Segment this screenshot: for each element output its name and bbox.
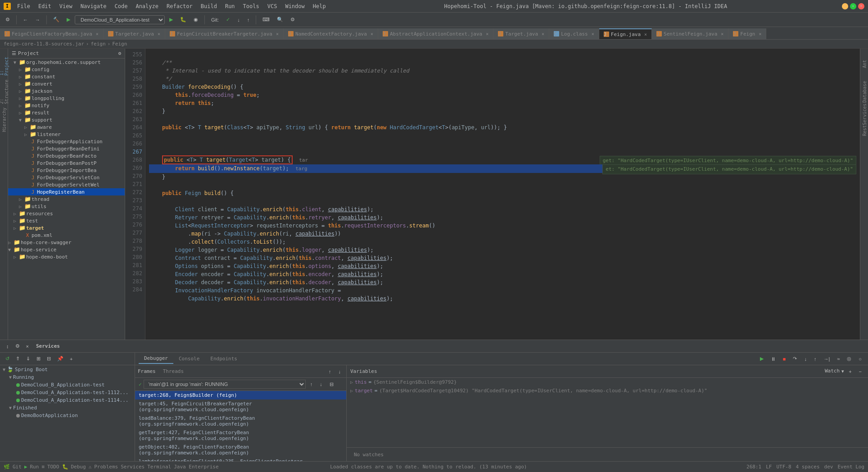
tree-item-for-debugger-bean-facto[interactable]: J ForDebuggerBeanFacto xyxy=(8,152,125,159)
menu-refactor[interactable]: Refactor xyxy=(163,2,196,10)
services-group-button[interactable]: ⊞ xyxy=(34,355,43,363)
frame-item-0[interactable]: target:268, Feign$Builder (feign) xyxy=(135,391,346,399)
menu-file[interactable]: File xyxy=(14,2,34,10)
services-close-button[interactable]: × xyxy=(23,343,32,350)
services-pin-button[interactable]: 📌 xyxy=(54,355,66,363)
commit-button[interactable]: ✓ xyxy=(223,16,233,23)
tab-close-icon[interactable]: × xyxy=(759,32,761,36)
tab-close-icon[interactable]: × xyxy=(721,32,723,36)
menu-vcs[interactable]: VCS xyxy=(264,2,281,10)
menu-code[interactable]: Code xyxy=(111,2,131,10)
menu-help[interactable]: Help xyxy=(309,2,330,10)
services-expand-button[interactable]: ↕ xyxy=(4,343,12,350)
tree-item-target[interactable]: ▷ 📁 target xyxy=(8,224,125,231)
variable-this[interactable]: ▷ this = {SentinelFeign$Builder@9792} xyxy=(347,378,868,386)
tab-feign[interactable]: J Feign × xyxy=(728,28,766,39)
thread-down-button[interactable]: ↓ xyxy=(317,381,325,388)
step-over-button[interactable]: ↷ xyxy=(790,355,800,363)
menu-edit[interactable]: Edit xyxy=(35,2,55,10)
tab-feign-client-factory-bean[interactable]: J FeignClientFactoryBean.java × xyxy=(0,28,104,39)
evaluate-expression-button[interactable]: ≈ xyxy=(834,355,842,363)
run-button[interactable]: ▶ xyxy=(64,16,73,23)
menu-window[interactable]: Window xyxy=(281,2,308,10)
tree-item-hope-service[interactable]: ▼ 📁 hope-service xyxy=(8,246,125,253)
pause-button[interactable]: ⏸ xyxy=(768,355,778,363)
mute-breakpoints-button[interactable]: ○ xyxy=(856,355,864,363)
maximize-button[interactable]: + xyxy=(850,3,856,9)
settings-button[interactable]: ⚙ xyxy=(288,16,298,23)
menu-view[interactable]: View xyxy=(56,2,76,10)
tree-item-resources[interactable]: ▷ 📁 resources xyxy=(8,210,125,217)
variable-target[interactable]: ▷ target = (Target$HardCodedTarget@10492… xyxy=(347,386,868,395)
services-item-spring-boot[interactable]: ▼ 🍃 Spring Boot xyxy=(0,365,135,373)
tree-item-for-debugger-servlet-con[interactable]: J ForDebuggerServletCon xyxy=(8,174,125,181)
tree-item-jackson[interactable]: ▷ 📁 jackson xyxy=(8,87,125,95)
add-watch-button[interactable]: + xyxy=(846,368,854,375)
tree-item-thread[interactable]: ▷ 📁 thread xyxy=(8,195,125,203)
hierarchy-tab[interactable]: Hierarchy xyxy=(0,106,8,133)
services-item-demo-cloud-a-1112[interactable]: DemoCloud_A_Application-test-1112... xyxy=(0,389,135,396)
ant-tab[interactable]: Ant xyxy=(861,50,868,77)
database-tab[interactable]: Database xyxy=(861,78,868,105)
thread-up-button[interactable]: ↑ xyxy=(307,381,316,388)
run-config-dropdown[interactable]: DemoCloud_B_Application-test xyxy=(75,15,165,24)
tree-item-pom[interactable]: X pom.xml xyxy=(8,231,125,239)
tree-item-support[interactable]: ▼ 📁 support xyxy=(8,116,125,123)
search-everywhere-button[interactable]: 🔍 xyxy=(274,16,286,23)
down-frame-button[interactable]: ↓ xyxy=(336,368,344,375)
tree-item-for-debugger-servlet-wel[interactable]: J ForDebuggerServletWel xyxy=(8,181,125,188)
tab-close-icon[interactable]: × xyxy=(542,32,544,36)
remove-watch-button[interactable]: − xyxy=(856,368,864,375)
tree-item-aware[interactable]: ▷ 📁 aware xyxy=(8,123,125,131)
menu-tools[interactable]: Tools xyxy=(240,2,263,10)
services-item-demo-cloud-a-1114[interactable]: DemoCloud_A_Application-test-1114... xyxy=(0,396,135,404)
close-button[interactable]: × xyxy=(858,3,864,9)
tree-item-longpolling[interactable]: ▷ 📁 longpolling xyxy=(8,95,125,102)
breadcrumb-item-2[interactable]: Feign xyxy=(112,41,127,47)
watch-toggle-button[interactable]: ▾ xyxy=(841,368,844,375)
breadcrumb-item-1[interactable]: feign xyxy=(90,41,105,47)
services-rerun-button[interactable]: ↺ xyxy=(3,355,12,363)
debugger-tab-endpoints[interactable]: Endpoints xyxy=(205,354,243,363)
run-config-run[interactable]: ▶ xyxy=(167,16,176,23)
tab-named-context-factory[interactable]: J NamedContextFactory.java × xyxy=(284,28,378,39)
tree-item-for-debugger-bean-defini[interactable]: J ForDebuggerBeanDefini xyxy=(8,145,125,152)
run-config-coverage[interactable]: ◉ xyxy=(191,16,201,23)
services-item-running[interactable]: ▼ Running xyxy=(0,373,135,381)
frame-item-2[interactable]: loadBalance:379, FeignClientFactoryBean … xyxy=(135,414,346,428)
services-filter-button[interactable]: ⊟ xyxy=(44,355,54,363)
resume-button[interactable]: ▶ xyxy=(757,355,766,363)
run-to-cursor-button[interactable]: →| xyxy=(821,355,832,363)
step-into-button[interactable]: ↓ xyxy=(801,355,809,363)
project-tab[interactable]: 1: Project xyxy=(0,50,8,77)
tree-item-test[interactable]: ▷ 📁 test xyxy=(8,217,125,224)
tree-item-hope-core-swagger[interactable]: ▷ 📁 hope-core-swagger xyxy=(8,239,125,246)
services-item-demo-cloud-b[interactable]: DemoCloud_B_Application-test xyxy=(0,381,135,389)
tab-sentinel-feign[interactable]: J SentinelFeign.java × xyxy=(652,28,728,39)
tab-close-icon[interactable]: × xyxy=(644,32,647,37)
tree-item-result[interactable]: ▷ 📁 result xyxy=(8,109,125,116)
code-editor[interactable]: /** * Internal - used to indicate that t… xyxy=(145,49,860,340)
services-settings-button[interactable]: ⚙ xyxy=(13,342,23,350)
sidebar-settings-icon[interactable]: ⚙ xyxy=(118,50,121,56)
build-button[interactable]: 🔨 xyxy=(50,16,62,23)
menu-run[interactable]: Run xyxy=(222,2,239,10)
debugger-tab-console[interactable]: Console xyxy=(173,354,205,363)
tab-close-icon[interactable]: × xyxy=(592,32,594,36)
frame-item-1[interactable]: target:45, FeignCircuitBreakerTargeter (… xyxy=(135,399,346,414)
services-add-button[interactable]: + xyxy=(67,355,75,363)
breadcrumb-item-0[interactable]: feign-core-11.8-sources.jar xyxy=(4,41,84,47)
up-frame-button[interactable]: ↑ xyxy=(326,368,334,375)
tree-item-notify[interactable]: ▷ 📁 notify xyxy=(8,102,125,109)
stop-button[interactable]: ■ xyxy=(780,355,789,363)
tree-item-hope-register-bean[interactable]: J HopeRegisterBean xyxy=(8,188,125,195)
frame-item-3[interactable]: getTarget:427, FeignClientFactoryBean (o… xyxy=(135,428,346,443)
tab-close-icon[interactable]: × xyxy=(96,32,99,36)
tab-targeter[interactable]: J Targeter.java × xyxy=(104,28,165,39)
back-button[interactable]: ← xyxy=(20,16,31,23)
thread-filter-button[interactable]: ⊟ xyxy=(327,381,336,388)
structure-tab[interactable]: 2: Structure xyxy=(0,78,8,105)
tab-feign-circuit-breaker[interactable]: J FeignCircuitBreakerTargeter.java × xyxy=(165,28,284,39)
tab-close-icon[interactable]: × xyxy=(371,32,373,36)
tree-item-convert[interactable]: ▷ 📁 convert xyxy=(8,80,125,87)
